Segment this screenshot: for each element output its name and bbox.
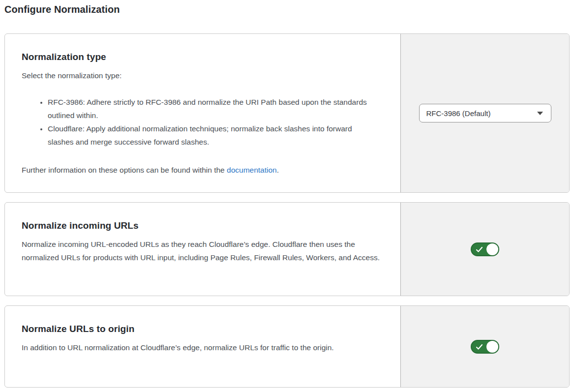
documentation-link[interactable]: documentation — [227, 166, 277, 174]
normalization-type-intro: Select the normalization type: — [22, 69, 380, 82]
normalize-incoming-urls-card: Normalize incoming URLs Normalize incomi… — [4, 202, 570, 296]
footer-prefix: Further information on these options can… — [22, 166, 227, 174]
normalization-type-heading: Normalization type — [22, 52, 381, 62]
normalization-type-options-list: RFC-3986: Adhere strictly to RFC-3986 an… — [22, 95, 380, 149]
normalization-type-card: Normalization type Select the normalizat… — [4, 33, 570, 193]
normalize-urls-to-origin-heading: Normalize URLs to origin — [22, 324, 381, 334]
toggle-knob — [486, 341, 498, 353]
bullet-cloudflare: Cloudflare: Apply additional normalizati… — [48, 122, 380, 149]
normalization-type-select-value: RFC-3986 (Default) — [426, 109, 491, 118]
page-title: Configure Normalization — [4, 4, 570, 15]
chevron-down-icon — [537, 112, 543, 115]
further-information-text: Further information on these options can… — [22, 163, 381, 177]
normalize-urls-to-origin-toggle[interactable] — [471, 340, 499, 354]
normalize-urls-to-origin-aside — [400, 306, 569, 387]
normalize-incoming-urls-toggle[interactable] — [471, 242, 499, 256]
normalize-urls-to-origin-description: In addition to URL normalization at Clou… — [22, 341, 380, 354]
check-icon — [476, 344, 483, 350]
normalize-incoming-urls-description: Normalize incoming URL-encoded URLs as t… — [22, 238, 380, 264]
footer-suffix: . — [277, 166, 279, 174]
normalization-type-content: Normalization type Select the normalizat… — [5, 34, 400, 192]
normalize-incoming-urls-heading: Normalize incoming URLs — [22, 220, 381, 231]
normalization-type-aside: RFC-3986 (Default) — [400, 34, 569, 192]
check-icon — [476, 246, 483, 253]
toggle-knob — [486, 243, 498, 255]
normalize-urls-to-origin-content: Normalize URLs to origin In addition to … — [5, 306, 400, 387]
normalization-type-select[interactable]: RFC-3986 (Default) — [419, 104, 551, 122]
bullet-rfc-3986: RFC-3986: Adhere strictly to RFC-3986 an… — [48, 95, 380, 122]
normalize-incoming-urls-content: Normalize incoming URLs Normalize incomi… — [5, 203, 400, 296]
normalize-urls-to-origin-card: Normalize URLs to origin In addition to … — [4, 305, 570, 388]
normalize-incoming-urls-aside — [400, 203, 569, 296]
